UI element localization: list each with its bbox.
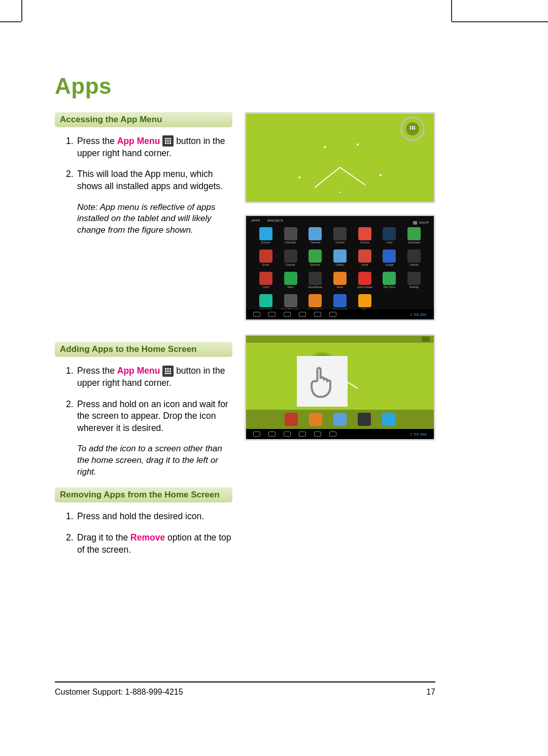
app-cell: Opera Mobile xyxy=(355,272,374,289)
app-cell: Evernote xyxy=(305,249,325,266)
section-header-removing: Removing Apps from the Home Screen xyxy=(55,487,232,502)
page-title: Apps xyxy=(55,74,435,99)
app-icon xyxy=(358,294,371,307)
figure-drag-to-home: 1:50 AM xyxy=(245,334,435,441)
two-column-layout: Accessing the App Menu 1. Press the App … xyxy=(55,112,435,565)
right-column: APPS WIDGETS SHOP BrowserCalculatorCalen… xyxy=(245,112,435,565)
svg-rect-12 xyxy=(165,370,166,372)
status-time: 1:58 AM xyxy=(410,312,427,317)
dock-item xyxy=(358,413,371,426)
app-grid: BrowserCalculatorCalendarCameraChromeClo… xyxy=(256,227,424,311)
svg-line-18 xyxy=(315,167,340,188)
app-label: Gmail xyxy=(361,264,368,266)
app-cell: Google xyxy=(380,249,399,266)
customer-support: Customer Support: 1-888-999-4215 xyxy=(55,688,183,697)
app-icon xyxy=(358,227,371,240)
app-menu-term: App Menu xyxy=(117,136,160,146)
figure-app-menu: APPS WIDGETS SHOP BrowserCalculatorCalen… xyxy=(245,214,435,321)
app-cell: MoviePlayer xyxy=(305,272,325,289)
vol-down-icon xyxy=(314,312,321,317)
step-text: Press the xyxy=(77,366,117,376)
app-label: Google xyxy=(385,264,393,266)
crop-mark xyxy=(0,21,21,22)
svg-rect-16 xyxy=(167,373,169,374)
nav-bar: 1:58 AM xyxy=(246,309,434,319)
app-label: Calendar xyxy=(310,241,320,244)
step-text: Press the xyxy=(77,136,117,146)
app-cell: Social Hub xyxy=(256,294,276,311)
app-icon xyxy=(407,272,421,285)
status-time: 1:50 AM xyxy=(410,432,427,437)
app-icon xyxy=(333,294,347,307)
step-text: Drag it to the xyxy=(77,532,130,543)
page: Apps Accessing the App Menu 1. Press the… xyxy=(0,0,548,756)
note-adding: To add the icon to a screen other than t… xyxy=(55,443,232,478)
svg-rect-17 xyxy=(169,373,171,374)
app-cell: Calendar xyxy=(305,227,325,244)
section-header-adding: Adding Apps to the Home Screen xyxy=(55,342,232,357)
note-accessing: Note: App menu is reflective of apps ins… xyxy=(55,202,232,237)
dock-item xyxy=(333,413,347,426)
svg-rect-29 xyxy=(412,128,414,130)
drag-hand-illustration xyxy=(297,356,348,407)
app-cell: Zinio xyxy=(355,294,374,311)
app-cell: Play Store xyxy=(380,272,399,289)
svg-rect-1 xyxy=(167,138,169,139)
steps-accessing: 1. Press the App Menu button in the uppe… xyxy=(55,135,232,193)
dock-icon xyxy=(382,413,395,426)
svg-rect-2 xyxy=(169,138,171,139)
status-bar xyxy=(246,336,434,343)
app-menu-icon xyxy=(422,337,430,342)
app-cell: Clock xyxy=(380,227,399,244)
vol-up-icon xyxy=(329,312,336,317)
steps-adding: 1. Press the App Menu button in the uppe… xyxy=(55,365,232,434)
app-icon xyxy=(284,227,297,240)
app-label: Evernote xyxy=(310,264,320,266)
app-menu-icon xyxy=(162,135,174,147)
footer: Customer Support: 1-888-999-4215 17 xyxy=(55,688,435,697)
step-text: Press and hold on an icon and wait for t… xyxy=(77,399,228,433)
app-menu-tabs: APPS WIDGETS SHOP xyxy=(251,219,429,226)
step: 2. Press and hold on an icon and wait fo… xyxy=(66,399,232,435)
svg-rect-13 xyxy=(167,370,169,372)
app-label: Maps xyxy=(287,286,293,289)
app-label: Play Store xyxy=(384,286,395,289)
app-icon xyxy=(333,227,347,240)
app-cell: Browser xyxy=(256,227,276,244)
app-icon xyxy=(383,249,396,263)
step: 1. Press the App Menu button in the uppe… xyxy=(66,365,232,389)
dock-icon xyxy=(333,413,347,426)
step: 2. Drag it to the Remove option at the t… xyxy=(66,532,232,556)
svg-rect-26 xyxy=(412,126,414,128)
app-cell: Local xyxy=(256,272,276,289)
app-icon xyxy=(309,294,322,307)
figure-home-screen xyxy=(245,112,435,203)
content-area: Apps Accessing the App Menu 1. Press the… xyxy=(55,74,435,565)
app-menu-icon xyxy=(406,122,419,135)
app-icon xyxy=(309,272,322,285)
app-icon xyxy=(407,227,421,240)
dock-icon xyxy=(285,413,298,426)
step: 1. Press the App Menu button in the uppe… xyxy=(66,135,232,159)
step: 2. This will load the App menu, which sh… xyxy=(66,168,232,192)
app-cell: Gallery xyxy=(330,249,350,266)
svg-line-19 xyxy=(340,167,365,185)
shop-icon xyxy=(413,221,417,225)
crop-mark xyxy=(452,21,548,22)
app-icon xyxy=(333,249,347,263)
step-text: Press and hold the desired icon. xyxy=(77,511,204,521)
section-header-accessing: Accessing the App Menu xyxy=(55,112,232,127)
home-icon xyxy=(268,431,276,437)
svg-rect-11 xyxy=(169,368,171,370)
app-icon xyxy=(284,294,297,307)
svg-rect-28 xyxy=(410,128,412,130)
svg-rect-9 xyxy=(165,368,166,370)
app-cell: Email xyxy=(256,249,276,266)
svg-rect-14 xyxy=(169,370,171,372)
app-icon xyxy=(309,227,322,240)
crop-mark xyxy=(451,0,452,21)
dock-icon xyxy=(358,413,371,426)
app-label: Chrome xyxy=(360,241,369,244)
app-cell: SoundRecorder xyxy=(281,294,300,311)
svg-point-21 xyxy=(380,174,382,176)
